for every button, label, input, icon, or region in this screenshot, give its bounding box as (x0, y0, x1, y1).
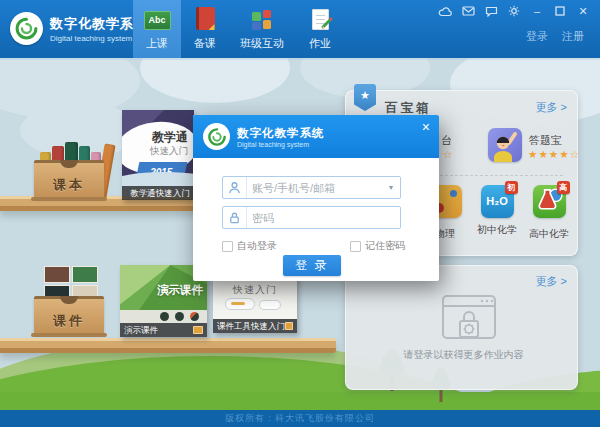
teaching-guide-card[interactable]: 教学通 快速入门 2015 教学通快速入门 (122, 110, 194, 200)
cover-wave (122, 172, 194, 186)
remember-password-checkbox[interactable]: 记住密码 (350, 239, 405, 253)
homework-empty-text: 请登录以获得更多作业内容 (360, 348, 567, 362)
account-field: ▾ (222, 176, 401, 199)
chat-icon[interactable] (484, 5, 498, 17)
app-window: 课本 教学通 快速入门 2015 教学通快速入门 课件 (0, 0, 600, 427)
hidden-app-rating: ☆ (443, 148, 452, 160)
login-submit-button[interactable]: 登 录 (283, 255, 341, 276)
green-swirl-logo-icon (10, 12, 43, 45)
homework-panel: 更多 > 请登录以获得更多作业内容 (345, 265, 578, 390)
box-notch (60, 296, 78, 304)
chevron-down-icon[interactable]: ▾ (382, 183, 400, 192)
lock-icon (223, 207, 247, 228)
teaching-guide-caption: 教学通快速入门 (122, 186, 194, 200)
footer-bar: 版权所有：科大讯飞股份有限公司 (0, 410, 600, 427)
red-book-icon (196, 6, 215, 30)
titlebar-controls: – ✕ (438, 5, 590, 17)
junior-chemistry-label: 初中化学 (475, 223, 519, 237)
password-field (222, 206, 401, 229)
copyright-text: 版权所有：科大讯飞股份有限公司 (225, 412, 375, 425)
minimize-icon[interactable]: – (530, 5, 544, 17)
tab-beike[interactable]: 备课 (181, 0, 229, 58)
paper-pencil-icon (312, 6, 329, 30)
hidden-app-label: 台 (441, 133, 452, 148)
color-grid-icon (252, 6, 272, 30)
senior-chemistry-app[interactable]: 高 高中化学 (527, 185, 571, 241)
demo-cover-title: 演示课件 (157, 283, 203, 298)
app-header: – ✕ 数字化教学系统 Digital teaching system Abc (0, 0, 600, 58)
dialog-close-icon[interactable]: × (422, 120, 430, 134)
chart-circle (160, 312, 169, 321)
teaching-guide-cover: 教学通 快速入门 2015 (122, 110, 194, 186)
senior-badge: 高 (557, 181, 570, 194)
box-base (31, 333, 107, 337)
box-base (31, 197, 107, 201)
login-link[interactable]: 登录 (526, 29, 548, 44)
answer-treasure-label: 答题宝 (529, 133, 562, 148)
close-icon[interactable]: ✕ (576, 5, 590, 17)
treasure-more-link[interactable]: 更多 > (536, 100, 567, 115)
courseware-thumbnail (44, 266, 70, 283)
chalkboard-abc-icon: Abc (144, 6, 171, 30)
login-dialog: 数字化教学系统 Digital teaching system × ▾ 自动登录… (193, 115, 439, 281)
ppt-icon (285, 322, 293, 330)
textbook-box-label: 课本 (53, 176, 85, 194)
courseware-box-label: 课件 (53, 312, 85, 330)
teaching-guide-subtitle: 快速入门 (150, 145, 188, 158)
password-input[interactable] (247, 212, 400, 224)
speech-bubble (259, 300, 281, 310)
textbook-box[interactable]: 课本 (34, 160, 104, 198)
account-input[interactable] (247, 182, 382, 194)
tool-cover-title: 快速入门 (213, 283, 297, 297)
chart-circle (175, 312, 184, 321)
app-logo: 数字化教学系统 Digital teaching system (10, 12, 148, 45)
homework-more-link[interactable]: 更多 > (536, 274, 567, 289)
locked-browser-icon (441, 294, 497, 344)
junior-chemistry-app[interactable]: H₂O 初 初中化学 (475, 185, 519, 237)
wooden-shelf-bottom (0, 338, 336, 353)
green-swirl-logo-icon (203, 123, 230, 150)
register-link[interactable]: 注册 (562, 29, 584, 44)
chart-circle (190, 312, 199, 321)
login-dialog-header: 数字化教学系统 Digital teaching system × (193, 115, 439, 158)
demo-chart-strip (120, 310, 207, 323)
auto-login-label: 自动登录 (237, 239, 277, 253)
answer-treasure-app-icon[interactable] (488, 128, 522, 162)
teaching-guide-title: 教学通 (152, 129, 188, 146)
flask-icon: 高 (533, 185, 566, 218)
courseware-box[interactable]: 课件 (34, 296, 104, 334)
dialog-title: 数字化教学系统 (237, 126, 325, 141)
tab-shangke[interactable]: Abc 上课 (133, 0, 181, 58)
user-icon (223, 177, 247, 198)
checkbox-box[interactable] (222, 241, 233, 252)
courseware-thumbnail (72, 266, 98, 283)
tab-banji-hudong[interactable]: 班级互动 (229, 0, 295, 58)
checkbox-box[interactable] (350, 241, 361, 252)
gear-icon[interactable] (507, 5, 521, 17)
mail-icon[interactable] (461, 5, 475, 17)
cloud-shape (140, 58, 290, 103)
auto-login-checkbox[interactable]: 自动登录 (222, 239, 277, 253)
box-notch (60, 160, 78, 168)
tab-zuoye[interactable]: 作业 (295, 0, 345, 58)
tool-caption: 课件工具快速入门 (213, 319, 297, 333)
demo-caption: 演示课件 (120, 323, 207, 337)
maximize-icon[interactable] (553, 5, 567, 17)
senior-chemistry-label: 高中化学 (527, 227, 571, 241)
cloud-icon[interactable] (438, 5, 452, 17)
answer-treasure-rating: ★★★★☆ (528, 148, 580, 160)
ppt-icon (193, 326, 203, 334)
junior-badge: 初 (505, 181, 518, 194)
nav-tabs: Abc 上课 备课 班级互动 (133, 0, 345, 58)
h2o-icon: H₂O 初 (481, 185, 514, 218)
raise-hand-kid-icon (488, 128, 522, 162)
ground (0, 392, 600, 410)
doodle-dash (231, 302, 245, 305)
remember-password-label: 记住密码 (365, 239, 405, 253)
shield-star-icon: ★ (354, 84, 376, 111)
dialog-subtitle: Digital teaching system (237, 141, 325, 148)
auth-links: 登录 注册 (526, 29, 584, 44)
